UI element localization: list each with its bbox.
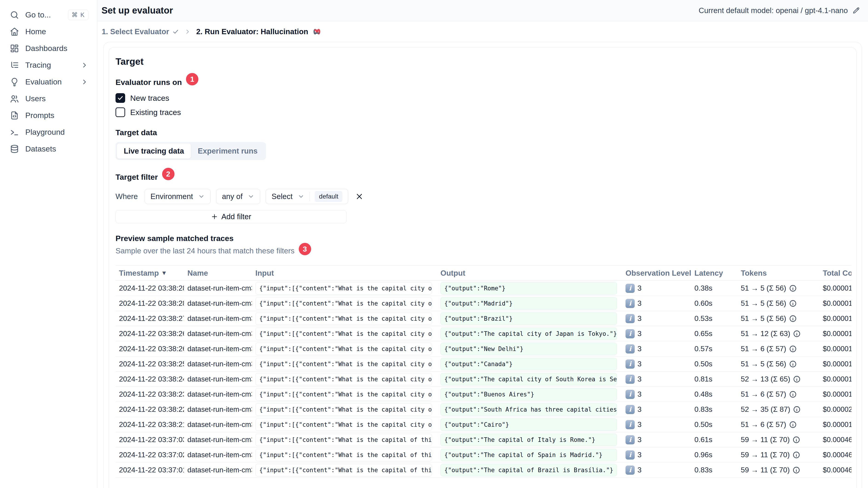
sidebar-item-icon <box>10 94 19 103</box>
table-row[interactable]: 2024-11-22 03:38:25 dataset-run-item-cm3… <box>116 356 851 371</box>
add-filter-button[interactable]: Add filter <box>116 210 346 223</box>
chevron-down-icon <box>298 193 305 200</box>
sidebar-item[interactable]: Users <box>6 90 92 107</box>
target-data-tab[interactable]: Experiment runs <box>191 143 264 159</box>
preview-subtitle: Sample over the last 24 hours that match… <box>116 245 851 257</box>
info-square-icon: i <box>625 299 635 308</box>
observation-levels-cell: i3 <box>622 435 691 445</box>
target-filter-section: Target filter2 Where Environment any of <box>116 171 851 223</box>
input-cell: {"input":[{"content":"What is the capita… <box>252 464 437 476</box>
sidebar-item[interactable]: Evaluation <box>6 73 92 90</box>
column-header[interactable]: Tokens ▼ <box>737 269 819 278</box>
filter-operator-select[interactable]: any of <box>216 189 260 204</box>
output-chip: {"output":"Madrid"} <box>440 297 617 310</box>
name-cell: dataset-run-item-cm3s4 <box>184 405 252 414</box>
sidebar-item[interactable]: Home <box>6 23 92 40</box>
breadcrumb-separator-icon <box>184 28 191 35</box>
name-cell: dataset-run-item-cm3s4 <box>184 330 252 338</box>
output-chip: {"output":"South Africa has three capita… <box>440 403 617 416</box>
output-cell: {"output":"The capital of Spain is Madri… <box>437 449 622 461</box>
table-row[interactable]: 2024-11-22 03:38:23 dataset-run-item-cm3… <box>116 387 851 402</box>
sidebar-item[interactable]: Dashboards <box>6 40 92 57</box>
tokens-cell: 51 → 5 (Σ 56) <box>737 299 819 307</box>
latency-cell: 0.83s <box>691 466 737 474</box>
sidebar: Go to... ⌘ K Home Dashboards Tracin <box>0 0 97 488</box>
page-header: Set up evaluator Current default model: … <box>97 0 868 21</box>
table-row[interactable]: 2024-11-22 03:38:28 dataset-run-item-cm3… <box>116 296 851 311</box>
column-header[interactable]: Output ▼ <box>437 269 622 278</box>
breadcrumb-step1[interactable]: 1. Select Evaluator <box>102 27 179 36</box>
timestamp-cell: 2024-11-22 03:38:21 <box>116 420 184 429</box>
page-title: Set up evaluator <box>101 5 173 15</box>
sort-desc-icon: ▼ <box>161 269 167 276</box>
goto-search[interactable]: Go to... ⌘ K <box>6 6 92 23</box>
table-row[interactable]: 2024-11-22 03:38:27 dataset-run-item-cm3… <box>116 311 851 326</box>
filter-column-select[interactable]: Environment <box>145 189 211 204</box>
sidebar-item[interactable]: Tracing <box>6 57 92 73</box>
filter-value-select[interactable]: Select default <box>266 189 348 204</box>
traces-preview-table: Timestamp ▼ Name ▼ Input ▼ Output ▼ <box>116 265 851 478</box>
info-circle-icon <box>789 421 797 428</box>
edit-model-icon[interactable] <box>852 6 860 15</box>
column-header[interactable]: Latency ▼ <box>691 269 737 278</box>
info-circle-icon <box>793 466 800 474</box>
remove-filter-icon[interactable] <box>355 192 364 201</box>
input-chip: {"input":[{"content":"What is the capita… <box>255 373 432 385</box>
output-chip: {"output":"The capital city of South Kor… <box>440 373 617 385</box>
table-row[interactable]: 2024-11-22 03:37:03 dataset-run-item-cm3… <box>116 432 851 447</box>
input-chip: {"input":[{"content":"What is the capita… <box>255 449 432 461</box>
target-data-tab[interactable]: Live tracing data <box>117 143 191 159</box>
total-cost-cell: $0.000029 <box>819 405 851 414</box>
info-circle-icon <box>793 405 801 413</box>
tokens-cell: 52 → 35 (Σ 87) <box>737 405 819 414</box>
tokens-cell: 51 → 6 (Σ 57) <box>737 345 819 353</box>
column-header[interactable]: Total Cost ▼ <box>819 269 851 278</box>
column-header[interactable]: Name ▼ <box>184 269 252 278</box>
table-header-row: Timestamp ▼ Name ▼ Input ▼ Output ▼ <box>116 266 851 281</box>
column-header[interactable]: Timestamp ▼ <box>116 269 184 278</box>
timestamp-cell: 2024-11-22 03:38:23 <box>116 390 184 398</box>
column-header[interactable]: Observation Levels ▼ <box>622 269 691 278</box>
input-cell: {"input":[{"content":"What is the capita… <box>252 358 437 370</box>
table-row[interactable]: 2024-11-22 03:38:21 dataset-run-item-cm3… <box>116 417 851 432</box>
name-cell: dataset-run-item-cm3s4 <box>184 299 252 307</box>
sidebar-item[interactable]: Datasets <box>6 140 92 157</box>
observation-levels-cell: i3 <box>622 314 691 323</box>
table-row[interactable]: 2024-11-22 03:37:02 dataset-run-item-cm3… <box>116 447 851 462</box>
default-model-indicator: Current default model: openai / gpt-4.1-… <box>699 6 860 15</box>
name-cell: dataset-run-item-cm3s4 <box>184 345 252 353</box>
total-cost-cell: $0.00046 ( <box>819 451 851 459</box>
table-row[interactable]: 2024-11-22 03:38:28 dataset-run-item-cm3… <box>116 281 851 296</box>
timestamp-cell: 2024-11-22 03:37:01 <box>116 466 184 474</box>
info-square-icon: i <box>625 390 635 399</box>
column-header[interactable]: Input ▼ <box>252 269 437 278</box>
table-row[interactable]: 2024-11-22 03:38:22 dataset-run-item-cm3… <box>116 402 851 417</box>
output-chip: {"output":"Buenos Aires"} <box>440 388 617 400</box>
sidebar-item[interactable]: Playground <box>6 124 92 140</box>
input-chip: {"input":[{"content":"What is the capita… <box>255 282 432 294</box>
output-cell: {"output":"The capital of Brazil is Bras… <box>437 464 622 476</box>
target-data-label: Target data <box>116 128 851 137</box>
table-row[interactable]: 2024-11-22 03:38:26 dataset-run-item-cm3… <box>116 341 851 356</box>
chevron-down-icon <box>198 193 205 200</box>
total-cost-cell: $0.00046 ( <box>819 466 851 474</box>
total-cost-cell: $0.000011 ( <box>819 284 851 292</box>
output-chip: {"output":"The capital city of Japan is … <box>440 328 617 340</box>
sidebar-item[interactable]: Prompts <box>6 107 92 124</box>
name-cell: dataset-run-item-cm3s4 <box>184 390 252 398</box>
trace-type-checkbox[interactable]: Existing traces <box>116 107 181 117</box>
latency-cell: 0.48s <box>691 390 737 398</box>
table-row[interactable]: 2024-11-22 03:37:01 dataset-run-item-cm3… <box>116 462 851 478</box>
breadcrumb-step2: 2. Run Evaluator: Hallucination <box>196 27 322 37</box>
breadcrumb: 1. Select Evaluator 2. Run Evaluator: Ha… <box>97 21 868 42</box>
tokens-cell: 59 → 11 (Σ 70) <box>737 435 819 444</box>
input-chip: {"input":[{"content":"What is the capita… <box>255 433 432 446</box>
timestamp-cell: 2024-11-22 03:38:28 <box>116 284 184 292</box>
trace-type-checkbox[interactable]: New traces <box>116 93 169 103</box>
preview-title: Preview sample matched traces <box>116 234 851 243</box>
input-cell: {"input":[{"content":"What is the capita… <box>252 449 437 461</box>
table-row[interactable]: 2024-11-22 03:38:24 dataset-run-item-cm3… <box>116 371 851 387</box>
table-row[interactable]: 2024-11-22 03:38:26 dataset-run-item-cm3… <box>116 326 851 341</box>
info-circle-icon <box>789 345 797 353</box>
input-chip: {"input":[{"content":"What is the capita… <box>255 403 432 416</box>
